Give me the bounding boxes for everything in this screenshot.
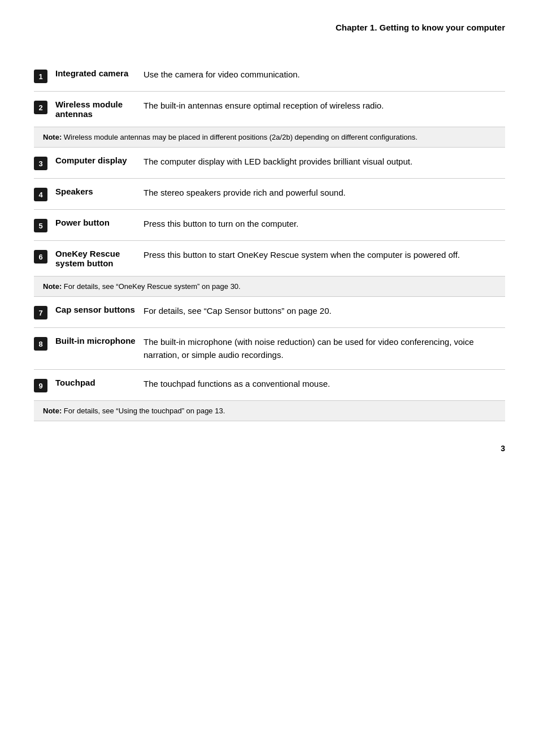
item-note: Note: For details, see “Using the touchp… bbox=[34, 401, 505, 421]
item-name: Speakers bbox=[47, 187, 144, 196]
item-description: Press this button to start OneKey Rescue… bbox=[144, 249, 505, 262]
item-description: For details, see “Cap Sensor buttons” on… bbox=[144, 305, 505, 318]
item-badge: 5 bbox=[34, 219, 47, 232]
item-name: Built-in microphone bbox=[47, 336, 144, 345]
item-name: Computer display bbox=[47, 155, 144, 165]
list-item: 2Wireless module antennasThe built-in an… bbox=[34, 92, 505, 127]
item-name: Touchpad bbox=[47, 378, 144, 387]
item-badge: 9 bbox=[34, 379, 47, 392]
page-header: Chapter 1. Getting to know your computer bbox=[34, 23, 505, 38]
page-number: 3 bbox=[501, 444, 505, 453]
item-badge: 1 bbox=[34, 70, 47, 83]
item-note: Note: For details, see “OneKey Rescue sy… bbox=[34, 277, 505, 296]
item-name: Power button bbox=[47, 218, 144, 227]
item-badge: 2 bbox=[34, 101, 47, 114]
item-badge: 3 bbox=[34, 157, 47, 170]
list-item: 6OneKey Rescue system buttonPress this b… bbox=[34, 241, 505, 276]
list-item: 9TouchpadThe touchpad functions as a con… bbox=[34, 370, 505, 400]
item-note: Note: Wireless module antennas may be pl… bbox=[34, 127, 505, 147]
item-name: Wireless module antennas bbox=[47, 100, 144, 119]
list-item: 4SpeakersThe stereo speakers provide ric… bbox=[34, 179, 505, 209]
item-description: The built-in antennas ensure optimal rec… bbox=[144, 100, 505, 113]
list-item: 8Built-in microphoneThe built-in microph… bbox=[34, 328, 505, 369]
item-badge: 4 bbox=[34, 188, 47, 201]
item-badge: 8 bbox=[34, 337, 47, 351]
list-item: 7Cap sensor buttonsFor details, see “Cap… bbox=[34, 297, 505, 327]
item-description: Use the camera for video communication. bbox=[144, 68, 505, 81]
list-item: 1Integrated cameraUse the camera for vid… bbox=[34, 61, 505, 91]
item-description: The built-in microphone (with noise redu… bbox=[144, 336, 505, 361]
item-name: OneKey Rescue system button bbox=[47, 249, 144, 268]
item-badge: 7 bbox=[34, 306, 47, 319]
list-item: 5Power buttonPress this button to turn o… bbox=[34, 210, 505, 240]
item-name: Integrated camera bbox=[47, 68, 144, 78]
items-container: 1Integrated cameraUse the camera for vid… bbox=[34, 61, 505, 421]
item-description: The stereo speakers provide rich and pow… bbox=[144, 187, 505, 200]
list-item: 3Computer displayThe computer display wi… bbox=[34, 148, 505, 178]
item-name: Cap sensor buttons bbox=[47, 305, 144, 314]
item-description: The computer display with LED backlight … bbox=[144, 155, 505, 169]
item-badge: 6 bbox=[34, 250, 47, 263]
item-description: The touchpad functions as a conventional… bbox=[144, 378, 505, 391]
item-description: Press this button to turn on the compute… bbox=[144, 218, 505, 231]
